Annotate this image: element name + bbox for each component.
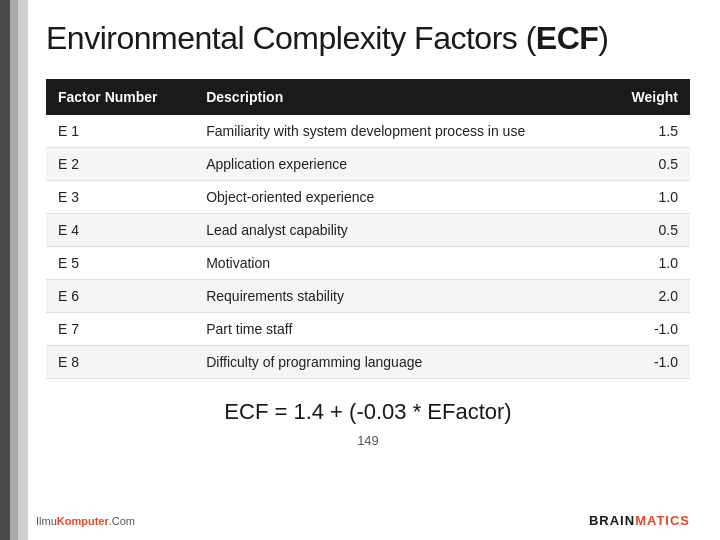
cell-factor: E 1 [46,115,194,148]
cell-factor: E 3 [46,181,194,214]
cell-description: Difficulty of programming language [194,346,605,379]
table-row: E 2Application experience0.5 [46,148,690,181]
col-header-description: Description [194,79,605,115]
cell-weight: 1.0 [606,181,690,214]
cell-description: Object-oriented experience [194,181,605,214]
table-row: E 4Lead analyst capability0.5 [46,214,690,247]
cell-factor: E 4 [46,214,194,247]
cell-factor: E 6 [46,280,194,313]
table-row: E 1Familiarity with system development p… [46,115,690,148]
cell-weight: -1.0 [606,346,690,379]
sidebar-decoration [0,0,28,540]
bottom-logos: IlmuKomputer.Com BRAINMATICS [36,513,690,528]
cell-description: Motivation [194,247,605,280]
page-title: Environmental Complexity Factors (ECF) [46,20,690,57]
formula-text: ECF = 1.4 + (-0.03 * EFactor) [46,399,690,425]
cell-description: Application experience [194,148,605,181]
cell-weight: 1.5 [606,115,690,148]
cell-factor: E 8 [46,346,194,379]
cell-weight: 2.0 [606,280,690,313]
logo-right: BRAINMATICS [589,513,690,528]
ecf-table: Factor Number Description Weight E 1Fami… [46,79,690,379]
cell-factor: E 5 [46,247,194,280]
col-header-factor: Factor Number [46,79,194,115]
cell-weight: 0.5 [606,214,690,247]
table-row: E 6Requirements stability2.0 [46,280,690,313]
cell-description: Requirements stability [194,280,605,313]
cell-factor: E 7 [46,313,194,346]
formula-section: ECF = 1.4 + (-0.03 * EFactor) [46,399,690,425]
cell-weight: 0.5 [606,148,690,181]
cell-weight: -1.0 [606,313,690,346]
cell-description: Familiarity with system development proc… [194,115,605,148]
page-number: 149 [46,433,690,448]
cell-description: Lead analyst capability [194,214,605,247]
table-row: E 3Object-oriented experience1.0 [46,181,690,214]
cell-factor: E 2 [46,148,194,181]
col-header-weight: Weight [606,79,690,115]
logo-left: IlmuKomputer.Com [36,515,135,527]
table-row: E 5Motivation1.0 [46,247,690,280]
table-row: E 8Difficulty of programming language-1.… [46,346,690,379]
cell-weight: 1.0 [606,247,690,280]
table-header-row: Factor Number Description Weight [46,79,690,115]
table-row: E 7Part time staff-1.0 [46,313,690,346]
cell-description: Part time staff [194,313,605,346]
